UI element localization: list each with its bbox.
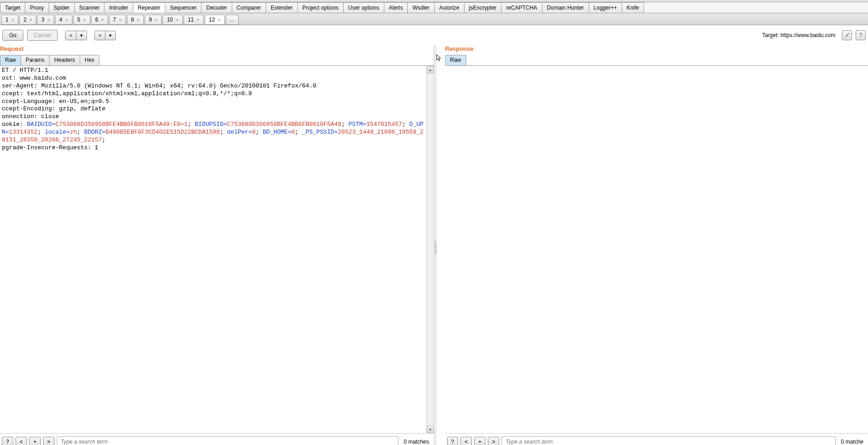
response-search-footer: ? < + > 0 matche xyxy=(445,433,868,445)
close-icon[interactable]: × xyxy=(175,17,178,22)
request-view-tabs: RawParamsHeadersHex xyxy=(0,55,434,66)
main-tab-extender[interactable]: Extender xyxy=(266,2,298,13)
main-tab-alerts[interactable]: Alerts xyxy=(384,2,408,13)
main-tab-spider[interactable]: Spider xyxy=(49,2,75,13)
request-matches-label: 0 matches xyxy=(401,439,431,445)
help-button[interactable]: ? xyxy=(856,30,866,40)
repeater-tab-12[interactable]: 12× xyxy=(205,15,225,25)
response-editor[interactable] xyxy=(445,66,868,433)
request-search-help-button[interactable]: ? xyxy=(2,437,13,445)
target-label: Target: https://www.baidu.com xyxy=(762,32,835,38)
request-search-prev-button[interactable]: < xyxy=(16,437,27,445)
main-tab-domain-hunter[interactable]: Domain Hunter xyxy=(542,2,589,13)
main-tab-jsencrypter[interactable]: jsEncrypter xyxy=(464,2,502,13)
main-tab-scanner[interactable]: Scanner xyxy=(74,2,105,13)
close-icon[interactable]: × xyxy=(119,17,121,22)
main-tab-wsdler[interactable]: Wsdler xyxy=(407,2,434,13)
edit-target-button[interactable] xyxy=(842,30,852,40)
nav-forward-group: > ▾ xyxy=(94,31,116,40)
response-search-next-button[interactable]: > xyxy=(488,437,499,445)
nav-back-group: < ▾ xyxy=(65,31,87,40)
repeater-tab-5[interactable]: 5× xyxy=(73,15,90,25)
nav-back-button[interactable]: < xyxy=(65,31,76,40)
pane-splitter[interactable] xyxy=(434,45,437,445)
main-tab-target[interactable]: Target xyxy=(0,2,25,13)
main-tab-knife[interactable]: Knife xyxy=(622,2,644,13)
close-icon[interactable]: × xyxy=(218,17,220,22)
close-icon[interactable]: × xyxy=(29,17,32,22)
request-tab-params[interactable]: Params xyxy=(21,55,49,65)
nav-forward-button[interactable]: > xyxy=(94,31,105,40)
main-tab-recaptcha[interactable]: reCAPTCHA xyxy=(501,2,542,13)
response-title: Response xyxy=(445,45,868,55)
main-tab-autorize[interactable]: Autorize xyxy=(434,2,464,13)
close-icon[interactable]: × xyxy=(197,17,199,22)
repeater-toolbar: Go Cancel < ▾ > ▾ Target: https://www.ba… xyxy=(0,25,868,45)
main-tab-proxy[interactable]: Proxy xyxy=(25,2,49,13)
main-tab-sequencer[interactable]: Sequencer xyxy=(165,2,202,13)
repeater-tab-7[interactable]: 7× xyxy=(109,15,126,25)
repeater-tabs-row: 1×2×3×4×5×6×7×8×9×10×11×12×... xyxy=(0,13,868,25)
main-tab-project-options[interactable]: Project options xyxy=(297,2,344,13)
nav-back-menu[interactable]: ▾ xyxy=(76,31,87,40)
response-search-add-button[interactable]: + xyxy=(474,437,486,445)
response-view-tabs: Raw xyxy=(445,55,868,66)
main-tab-user-options[interactable]: User options xyxy=(343,2,384,13)
repeater-tab-4[interactable]: 4× xyxy=(55,15,72,25)
response-search-help-button[interactable]: ? xyxy=(447,437,459,445)
close-icon[interactable]: × xyxy=(65,17,68,22)
repeater-tab-11[interactable]: 11× xyxy=(184,15,204,25)
main-tab-decoder[interactable]: Decoder xyxy=(201,2,232,13)
main-tab-comparer[interactable]: Comparer xyxy=(232,2,266,13)
go-button[interactable]: Go xyxy=(2,30,23,41)
response-search-prev-button[interactable]: < xyxy=(460,437,472,445)
request-tab-raw[interactable]: Raw xyxy=(0,55,21,65)
repeater-tab-9[interactable]: 9× xyxy=(145,15,162,25)
close-icon[interactable]: × xyxy=(155,17,158,22)
panes-container: Request RawParamsHeadersHex ET / HTTP/1.… xyxy=(0,45,868,445)
repeater-tab-2[interactable]: 2× xyxy=(19,15,36,25)
pencil-icon xyxy=(844,33,850,38)
request-tab-hex[interactable]: Hex xyxy=(80,55,99,65)
repeater-tab-6[interactable]: 6× xyxy=(91,15,108,25)
close-icon[interactable]: × xyxy=(137,17,140,22)
repeater-tab-new[interactable]: ... xyxy=(226,15,239,25)
request-search-next-button[interactable]: > xyxy=(43,437,55,445)
main-tab-logger-[interactable]: Logger++ xyxy=(589,2,622,13)
request-pane: Request RawParamsHeadersHex ET / HTTP/1.… xyxy=(0,45,434,445)
request-search-add-button[interactable]: + xyxy=(29,437,41,445)
request-search-input[interactable] xyxy=(57,436,399,445)
response-pane: Response Raw ? < + > 0 matche xyxy=(437,45,868,445)
scroll-down-icon[interactable]: ▾ xyxy=(427,426,434,433)
close-icon[interactable]: × xyxy=(11,17,14,22)
close-icon[interactable]: × xyxy=(83,17,86,22)
main-tab-intruder[interactable]: Intruder xyxy=(104,2,133,13)
repeater-tab-3[interactable]: 3× xyxy=(37,15,54,25)
response-search-input[interactable] xyxy=(502,436,835,445)
close-icon[interactable]: × xyxy=(47,17,50,22)
response-matches-label: 0 matche xyxy=(838,439,866,445)
repeater-tab-8[interactable]: 8× xyxy=(127,15,144,25)
repeater-tab-10[interactable]: 10× xyxy=(163,15,183,25)
request-tab-headers[interactable]: Headers xyxy=(49,55,80,65)
response-tab-raw[interactable]: Raw xyxy=(445,55,466,65)
request-search-footer: ? < + > 0 matches xyxy=(0,433,434,445)
request-scrollbar[interactable]: ▴ ▾ xyxy=(426,66,434,433)
main-tab-repeater[interactable]: Repeater xyxy=(133,2,165,13)
repeater-tab-1[interactable]: 1× xyxy=(1,15,18,25)
scroll-up-icon[interactable]: ▴ xyxy=(427,66,434,73)
cancel-button[interactable]: Cancel xyxy=(27,30,58,41)
close-icon[interactable]: × xyxy=(101,17,104,22)
nav-forward-menu[interactable]: ▾ xyxy=(105,31,116,40)
request-title: Request xyxy=(0,45,434,55)
request-editor[interactable]: ET / HTTP/1.1 ost: www.baidu.com ser-Age… xyxy=(0,66,426,433)
main-tab-bar: TargetProxySpiderScannerIntruderRepeater… xyxy=(0,2,868,13)
